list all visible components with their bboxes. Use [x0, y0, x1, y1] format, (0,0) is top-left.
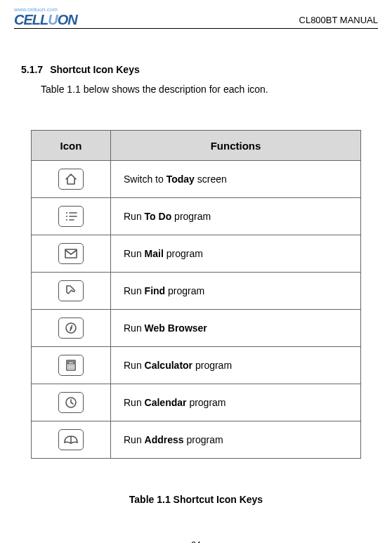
- table-row: Run Address program: [32, 421, 361, 459]
- function-text-bold: Address: [145, 434, 184, 445]
- svg-point-0: [66, 212, 67, 214]
- function-text-pre: Run: [124, 397, 145, 408]
- table-row: Run Calculator program: [32, 347, 361, 384]
- icon-cell: [32, 235, 111, 273]
- function-text-pre: Run: [124, 211, 145, 222]
- function-text-post: program: [164, 248, 203, 259]
- function-cell: Run Address program: [111, 421, 361, 459]
- find-icon: [58, 280, 84, 301]
- brand-part-b: U: [48, 12, 57, 27]
- home-icon: [58, 169, 84, 190]
- icon-cell: [32, 347, 111, 384]
- function-text-post: program: [165, 285, 204, 296]
- mail-icon: [58, 243, 84, 264]
- function-text-pre: Run: [124, 434, 145, 445]
- table-row: Run Web Browser: [32, 310, 361, 347]
- function-text-post: program: [192, 360, 232, 371]
- todo-icon: [58, 206, 84, 227]
- web-icon: [58, 318, 84, 339]
- section-title-text: Shortcut Icon Keys: [50, 64, 140, 75]
- icon-cell: [32, 161, 111, 198]
- function-cell: Run Mail program: [111, 235, 361, 273]
- svg-point-2: [66, 219, 67, 221]
- svg-point-13: [72, 365, 74, 367]
- calendar-icon: [58, 392, 84, 413]
- icon-cell: [32, 198, 111, 235]
- function-text-pre: Run: [124, 248, 145, 259]
- table-caption: Table 1.1 Shortcut Icon Keys: [14, 494, 378, 505]
- manual-page: www.celluon.com CELLUON CL800BT MANUAL 5…: [0, 0, 392, 543]
- table-row: Switch to Today screen: [32, 161, 361, 198]
- svg-point-1: [66, 216, 67, 217]
- icon-cell: [32, 384, 111, 421]
- icon-cell: [32, 310, 111, 347]
- svg-point-14: [68, 367, 70, 369]
- function-text-pre: Switch to: [124, 174, 166, 185]
- table-body: Switch to Today screenRun To Do programR…: [32, 161, 361, 459]
- function-text-post: program: [187, 397, 226, 408]
- function-text-post: program: [171, 211, 211, 222]
- table-row: Run Find program: [32, 273, 361, 310]
- function-text-pre: Run: [124, 285, 145, 296]
- shortcut-icons-table: Icon Functions Switch to Today screenRun…: [31, 130, 361, 459]
- section-intro: Table 1.1 below shows the description fo…: [41, 84, 378, 95]
- function-text-bold: Find: [145, 285, 166, 296]
- address-icon: [58, 429, 84, 450]
- brand-part-c: ON: [58, 12, 77, 27]
- svg-point-12: [70, 365, 72, 367]
- function-cell: Run Calendar program: [111, 384, 361, 421]
- brand-part-a: CELL: [14, 12, 48, 27]
- function-text-bold: Web Browser: [145, 322, 207, 334]
- svg-point-11: [68, 365, 70, 367]
- svg-rect-10: [68, 362, 74, 364]
- section-heading: 5.1.7Shortcut Icon Keys: [21, 64, 378, 75]
- table-row: Run Mail program: [32, 235, 361, 273]
- function-text-bold: Calculator: [145, 360, 192, 371]
- function-text-bold: Calendar: [145, 397, 187, 408]
- table-row: Run Calendar program: [32, 384, 361, 421]
- function-cell: Run Web Browser: [111, 310, 361, 347]
- function-text-bold: To Do: [145, 211, 172, 222]
- column-header-functions: Functions: [111, 131, 361, 161]
- function-cell: Switch to Today screen: [111, 161, 361, 198]
- function-text-pre: Run: [124, 360, 145, 371]
- page-number: 34: [14, 540, 378, 543]
- icon-cell: [32, 421, 111, 459]
- function-cell: Run Calculator program: [111, 347, 361, 384]
- table-row: Run To Do program: [32, 198, 361, 235]
- function-text-post: screen: [195, 174, 227, 185]
- function-text-post: program: [184, 434, 223, 445]
- function-cell: Run To Do program: [111, 198, 361, 235]
- svg-point-15: [70, 367, 72, 369]
- brand-name: CELLUON: [14, 13, 77, 27]
- document-title: CL800BT MANUAL: [299, 15, 378, 27]
- function-text-pre: Run: [124, 322, 145, 334]
- brand-logo: www.celluon.com CELLUON: [14, 7, 77, 27]
- icon-cell: [32, 273, 111, 310]
- section-number: 5.1.7: [21, 64, 43, 75]
- function-text-bold: Mail: [145, 248, 164, 259]
- column-header-icon: Icon: [32, 131, 111, 161]
- function-text-bold: Today: [166, 174, 195, 185]
- calculator-icon: [58, 355, 84, 376]
- function-cell: Run Find program: [111, 273, 361, 310]
- svg-point-16: [72, 367, 74, 369]
- page-header: www.celluon.com CELLUON CL800BT MANUAL: [14, 7, 378, 29]
